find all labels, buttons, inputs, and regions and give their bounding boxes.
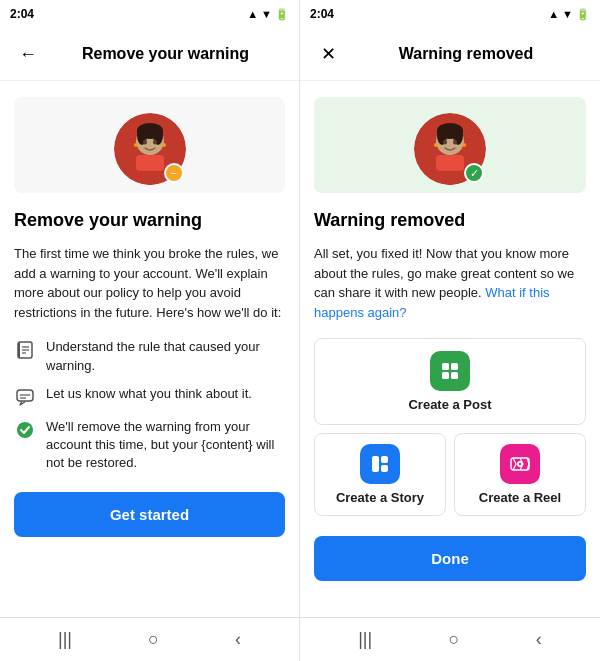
- svg-rect-26: [436, 155, 464, 171]
- status-icons-left: ▲ ▼ 🔋: [247, 8, 289, 21]
- signal-icon-left: ▲: [247, 8, 258, 20]
- wifi-icon-left: ▼: [261, 8, 272, 20]
- checklist-text-1: Understand the rule that caused your war…: [46, 338, 285, 374]
- right-panel: ✕ Warning removed: [300, 28, 600, 617]
- bottom-nav-right: ||| ○ ‹: [300, 618, 600, 661]
- create-story-label: Create a Story: [336, 490, 424, 505]
- time-left: 2:04: [10, 7, 34, 21]
- close-button[interactable]: ✕: [312, 38, 344, 70]
- svg-rect-37: [381, 465, 388, 472]
- checklist-icon-speech: [14, 386, 36, 408]
- nav-back-right[interactable]: ‹: [526, 625, 552, 654]
- checklist-icon-book: [14, 339, 36, 361]
- checklist-item-3: We'll remove the warning from your accou…: [14, 418, 285, 473]
- signal-icon-right: ▲: [548, 8, 559, 20]
- left-avatar-section: −: [14, 97, 285, 193]
- bottom-nav: ||| ○ ‹ ||| ○ ‹: [0, 617, 600, 661]
- nav-home-right[interactable]: ○: [439, 625, 470, 654]
- main-panels: ← Remove your warning: [0, 28, 600, 617]
- svg-point-9: [134, 143, 138, 147]
- left-avatar-wrapper: −: [114, 113, 186, 185]
- right-section-body: All set, you fixed it! Now that you know…: [314, 244, 586, 322]
- nav-back-left[interactable]: ‹: [225, 625, 251, 654]
- svg-rect-33: [442, 372, 449, 379]
- svg-rect-32: [451, 363, 458, 370]
- time-right: 2:04: [310, 7, 334, 21]
- left-panel-content: − Remove your warning The first time we …: [0, 81, 299, 617]
- nav-home-left[interactable]: ○: [138, 625, 169, 654]
- action-cards-row: Create a Story: [314, 433, 586, 516]
- create-post-card[interactable]: Create a Post: [314, 338, 586, 425]
- left-panel-title: Remove your warning: [44, 45, 287, 63]
- reel-icon-svg: [509, 453, 531, 475]
- checklist-item-1: Understand the rule that caused your war…: [14, 338, 285, 374]
- status-icons-right: ▲ ▼ 🔋: [548, 8, 590, 21]
- svg-point-7: [143, 140, 147, 145]
- left-section-title: Remove your warning: [14, 209, 285, 232]
- svg-rect-31: [442, 363, 449, 370]
- create-post-icon: [430, 351, 470, 391]
- right-panel-header: ✕ Warning removed: [300, 28, 600, 81]
- svg-point-29: [434, 143, 438, 147]
- create-story-icon: [360, 444, 400, 484]
- create-reel-label: Create a Reel: [479, 490, 561, 505]
- wifi-icon-right: ▼: [562, 8, 573, 20]
- checklist-icon-check: [14, 419, 36, 441]
- svg-point-28: [453, 140, 457, 145]
- right-avatar-wrapper: ✓: [414, 113, 486, 185]
- right-section-title: Warning removed: [314, 209, 586, 232]
- svg-rect-12: [18, 342, 20, 358]
- right-panel-title: Warning removed: [344, 45, 588, 63]
- left-avatar-badge: −: [164, 163, 184, 183]
- create-story-card[interactable]: Create a Story: [314, 433, 446, 516]
- back-button[interactable]: ←: [12, 38, 44, 70]
- action-cards: Create a Post Create a Story: [314, 338, 586, 516]
- create-reel-icon: [500, 444, 540, 484]
- left-checklist: Understand the rule that caused your war…: [14, 338, 285, 472]
- right-avatar-section: ✓: [314, 97, 586, 193]
- status-bar-left: 2:04 ▲ ▼ 🔋: [0, 0, 300, 28]
- status-bar-right: 2:04 ▲ ▼ 🔋: [300, 0, 600, 28]
- nav-menu-left[interactable]: |||: [48, 625, 82, 654]
- svg-point-10: [162, 143, 166, 147]
- svg-rect-6: [136, 155, 164, 171]
- get-started-button[interactable]: Get started: [14, 492, 285, 537]
- battery-icon-right: 🔋: [576, 8, 590, 21]
- svg-point-30: [462, 143, 466, 147]
- story-icon-svg: [369, 453, 391, 475]
- checklist-text-3: We'll remove the warning from your accou…: [46, 418, 285, 473]
- done-button[interactable]: Done: [314, 536, 586, 581]
- svg-rect-34: [451, 372, 458, 379]
- svg-rect-35: [372, 456, 379, 472]
- svg-point-19: [17, 422, 33, 438]
- svg-point-8: [153, 140, 157, 145]
- checklist-item-2: Let us know what you think about it.: [14, 385, 285, 408]
- right-panel-content: ✓ Warning removed All set, you fixed it!…: [300, 81, 600, 617]
- create-reel-card[interactable]: Create a Reel: [454, 433, 586, 516]
- left-section-body: The first time we think you broke the ru…: [14, 244, 285, 322]
- create-post-label: Create a Post: [408, 397, 491, 412]
- left-panel: ← Remove your warning: [0, 28, 300, 617]
- svg-point-27: [443, 140, 447, 145]
- battery-icon-left: 🔋: [275, 8, 289, 21]
- left-panel-header: ← Remove your warning: [0, 28, 299, 81]
- right-avatar-badge: ✓: [464, 163, 484, 183]
- nav-menu-right[interactable]: |||: [348, 625, 382, 654]
- svg-rect-36: [381, 456, 388, 463]
- bottom-nav-left: ||| ○ ‹: [0, 618, 300, 661]
- checklist-text-2: Let us know what you think about it.: [46, 385, 252, 403]
- status-bar: 2:04 ▲ ▼ 🔋 2:04 ▲ ▼ 🔋: [0, 0, 600, 28]
- post-icon-svg: [439, 360, 461, 382]
- svg-point-40: [519, 463, 521, 465]
